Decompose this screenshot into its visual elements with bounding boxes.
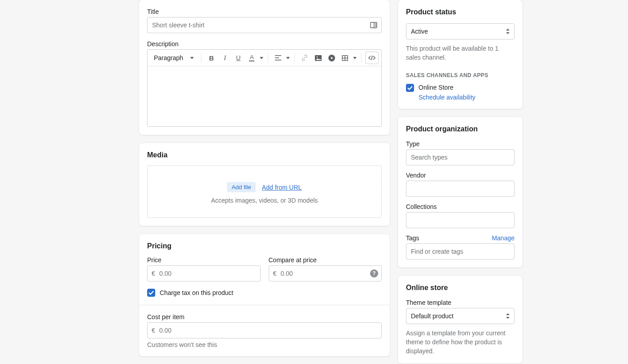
currency-prefix: € <box>152 327 155 334</box>
title-description-card: Title Description <box>139 0 390 135</box>
video-button[interactable] <box>325 52 338 64</box>
align-button[interactable] <box>272 52 284 64</box>
media-heading: Media <box>147 151 382 159</box>
online-store-checkbox[interactable] <box>406 84 414 92</box>
compare-price-input[interactable] <box>269 265 382 282</box>
product-organization-card: Product organization Type Vendor Collect… <box>398 117 523 268</box>
add-file-button[interactable]: Add file <box>227 182 255 192</box>
charge-tax-checkbox[interactable] <box>147 289 155 297</box>
organization-heading: Product organization <box>406 125 515 133</box>
separator <box>294 53 295 63</box>
pricing-card: Pricing Price € Compare at price € <box>139 234 390 356</box>
media-hint: Accepts images, videos, or 3D models <box>152 197 377 204</box>
channels-heading: SALES CHANNELS AND APPS <box>406 72 515 78</box>
separator <box>361 53 362 63</box>
image-button[interactable] <box>312 52 324 64</box>
check-icon <box>148 290 154 295</box>
svg-point-9 <box>317 56 318 57</box>
type-input[interactable] <box>406 149 515 165</box>
status-heading: Product status <box>406 8 515 16</box>
schedule-availability-link[interactable]: Schedule availability <box>419 94 475 101</box>
manage-tags-link[interactable]: Manage <box>492 234 515 242</box>
pricing-heading: Pricing <box>147 242 382 250</box>
charge-tax-label: Charge tax on this product <box>160 289 233 296</box>
add-from-url-link[interactable]: Add from URL <box>262 184 302 191</box>
type-label: Type <box>406 140 515 147</box>
price-label: Price <box>147 256 261 264</box>
title-label: Title <box>147 8 382 15</box>
chevron-down-icon <box>353 57 357 59</box>
online-store-heading: Online store <box>406 284 515 292</box>
cost-input[interactable] <box>147 322 382 338</box>
template-hint: Assign a template from your current them… <box>406 329 515 356</box>
bold-button[interactable]: B <box>205 52 218 64</box>
rte-paragraph-label: Paragraph <box>154 54 183 61</box>
vendor-input[interactable] <box>406 181 515 197</box>
collections-label: Collections <box>406 203 515 210</box>
tags-input[interactable] <box>406 243 515 260</box>
currency-prefix: € <box>273 270 277 277</box>
status-hint: This product will be available to 1 sale… <box>406 44 515 62</box>
template-label: Theme template <box>406 299 515 306</box>
template-picker-icon[interactable] <box>370 22 377 28</box>
rte-paragraph-select[interactable]: Paragraph <box>150 52 197 64</box>
cost-hint: Customers won't see this <box>147 341 382 348</box>
media-card: Media Add file Add from URL Accepts imag… <box>139 143 390 226</box>
separator <box>268 53 268 63</box>
product-status-card: Product status Active This product will … <box>398 0 523 109</box>
title-input[interactable] <box>147 17 382 33</box>
chevron-down-icon <box>260 57 263 59</box>
collections-input[interactable] <box>406 212 515 228</box>
description-label: Description <box>147 40 382 48</box>
link-button[interactable] <box>298 52 311 64</box>
chevron-down-icon <box>190 57 194 59</box>
help-icon[interactable]: ? <box>370 269 378 277</box>
divider <box>139 305 390 305</box>
chevron-down-icon <box>286 57 290 59</box>
rte-toolbar: Paragraph B I U A <box>148 50 381 66</box>
price-input[interactable] <box>147 265 261 282</box>
status-select[interactable]: Active <box>406 23 515 39</box>
description-editor: Paragraph B I U A <box>147 49 382 127</box>
cost-label: Cost per item <box>147 313 382 321</box>
italic-button[interactable]: I <box>218 52 231 64</box>
text-color-button[interactable]: A <box>245 52 258 64</box>
separator <box>201 53 201 63</box>
channel-name: Online Store <box>419 84 475 91</box>
tags-label: Tags <box>406 234 419 242</box>
compare-price-label: Compare at price <box>269 256 382 264</box>
underline-button[interactable]: U <box>232 52 244 64</box>
online-store-card: Online store Theme template Default prod… <box>398 276 523 364</box>
currency-prefix: € <box>152 270 155 277</box>
table-button[interactable] <box>339 52 351 64</box>
media-dropzone[interactable]: Add file Add from URL Accepts images, vi… <box>147 165 382 218</box>
vendor-label: Vendor <box>406 172 515 179</box>
description-textarea[interactable] <box>148 66 381 126</box>
template-select[interactable]: Default product <box>406 308 515 324</box>
check-icon <box>407 86 413 90</box>
html-view-button[interactable] <box>365 52 379 64</box>
svg-rect-8 <box>315 55 322 61</box>
